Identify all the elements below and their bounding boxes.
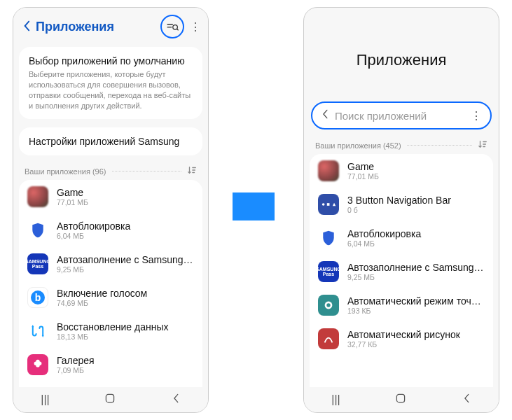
default-apps-card[interactable]: Выбор приложений по умолчанию Выберите п… <box>19 47 202 119</box>
section-label: Ваши приложения (96) <box>25 167 106 176</box>
app-size: 77,01 МБ <box>347 172 485 181</box>
app-size: 77,01 МБ <box>57 198 194 206</box>
sort-icon[interactable] <box>187 165 197 177</box>
page-title: Приложения <box>36 20 160 34</box>
app-name: 3 Button Navigation Bar <box>347 195 485 206</box>
app-name: Автоматический режим точки.. <box>347 295 485 307</box>
list-item[interactable]: b Включение голосом 74,69 МБ <box>19 281 202 314</box>
app-name: Галерея <box>57 355 194 366</box>
card-desc: Выберите приложения, которые будут испол… <box>29 69 193 111</box>
list-item[interactable]: Галерея 7,09 МБ <box>19 348 202 382</box>
app-icon <box>27 186 48 207</box>
app-list: Game 77,01 МБ Автоблокировка 6,04 МБ SAM… <box>19 180 202 387</box>
app-icon <box>27 354 48 375</box>
app-size: 7,09 МБ <box>57 366 194 374</box>
arrow-icon <box>233 192 275 220</box>
app-size: 0 б <box>347 206 485 214</box>
samsung-apps-card[interactable]: Настройки приложений Samsung <box>19 127 202 155</box>
list-item[interactable]: Game 77,01 МБ <box>310 154 493 188</box>
app-size: 9,25 МБ <box>347 273 485 281</box>
android-navbar: ||| <box>13 387 208 412</box>
app-name: Восстановление данных <box>57 321 194 332</box>
app-name: Автоблокировка <box>57 220 194 232</box>
list-item[interactable]: Автоматический рисунок 32,77 КБ <box>310 322 493 356</box>
app-size: 18,13 МБ <box>57 332 194 341</box>
app-icon <box>318 227 339 248</box>
svg-line-3 <box>177 29 179 30</box>
app-icon: b <box>27 287 48 308</box>
app-size: 9,25 МБ <box>57 265 194 274</box>
svg-point-5 <box>322 203 325 206</box>
list-item[interactable]: Автоблокировка 6,04 МБ <box>310 221 493 255</box>
app-name: Автоблокировка <box>347 228 485 239</box>
card-title: Выбор приложений по умолчанию <box>29 55 193 66</box>
page-title: Приложения <box>304 8 499 97</box>
search-placeholder: Поиск приложений <box>332 110 468 122</box>
app-icon <box>27 220 48 241</box>
app-icon <box>318 194 339 215</box>
section-header: Ваши приложения (452) <box>304 134 499 154</box>
list-item[interactable]: SAMSUNGPass Автозаполнение с Samsung P..… <box>310 255 493 288</box>
more-icon[interactable]: ⋮ <box>187 15 204 38</box>
phone-left: Приложения ⋮ Выбор приложений по умолчан… <box>13 7 209 413</box>
header: Приложения ⋮ <box>13 8 208 43</box>
app-icon <box>318 160 339 181</box>
app-icon: SAMSUNGPass <box>318 261 339 282</box>
search-input[interactable]: Поиск приложений ⋮ <box>311 102 492 130</box>
svg-point-2 <box>173 25 178 30</box>
app-size: 193 КБ <box>347 307 485 315</box>
more-icon[interactable]: ⋮ <box>468 109 485 122</box>
recent-icon[interactable]: ||| <box>331 393 340 406</box>
list-item[interactable]: Автоблокировка 6,04 МБ <box>19 214 202 247</box>
app-name: Game <box>57 187 194 198</box>
search-filter-icon[interactable] <box>160 15 184 38</box>
list-item[interactable]: 3 Button Navigation Bar 0 б <box>310 188 493 221</box>
back-nav-icon[interactable] <box>171 393 181 406</box>
app-icon <box>318 295 339 316</box>
section-label: Ваши приложения (452) <box>315 141 401 150</box>
list-item[interactable]: Автоматический режим точки.. 193 КБ <box>310 288 493 322</box>
list-item[interactable]: SAMSUNGPass Автозаполнение с Samsung P..… <box>19 247 202 281</box>
app-icon <box>318 328 339 349</box>
list-item[interactable]: Восстановление данных 18,13 МБ <box>19 314 202 348</box>
app-name: Автозаполнение с Samsung P.. <box>347 262 485 273</box>
svg-point-8 <box>326 303 330 307</box>
app-icon <box>27 321 48 342</box>
home-icon[interactable] <box>395 393 406 407</box>
app-size: 6,04 МБ <box>57 232 194 240</box>
home-icon[interactable] <box>104 393 116 407</box>
app-size: 74,69 МБ <box>57 299 194 307</box>
app-name: Включение голосом <box>57 288 194 299</box>
list-item[interactable]: Game 77,01 МБ <box>19 180 202 214</box>
sort-icon[interactable] <box>478 139 487 151</box>
back-icon[interactable] <box>18 19 36 35</box>
back-icon[interactable] <box>318 109 332 122</box>
app-name: Game <box>347 161 485 172</box>
phone-right: Приложения Поиск приложений ⋮ Ваши прило… <box>303 7 499 413</box>
section-header: Ваши приложения (96) <box>13 160 208 180</box>
back-nav-icon[interactable] <box>462 393 471 406</box>
svg-rect-4 <box>106 394 114 402</box>
recent-icon[interactable]: ||| <box>41 393 49 406</box>
app-name: Автозаполнение с Samsung P.. <box>57 254 194 265</box>
app-size: 32,77 КБ <box>347 340 485 349</box>
card-title: Настройки приложений Samsung <box>29 136 193 147</box>
android-navbar: ||| <box>304 387 499 412</box>
app-list: Game 77,01 МБ 3 Button Navigation Bar 0 … <box>310 154 493 387</box>
app-size: 6,04 МБ <box>347 239 485 248</box>
app-name: Автоматический рисунок <box>347 329 485 340</box>
svg-rect-6 <box>327 203 330 206</box>
svg-rect-9 <box>397 394 405 402</box>
app-icon: SAMSUNGPass <box>27 253 48 274</box>
